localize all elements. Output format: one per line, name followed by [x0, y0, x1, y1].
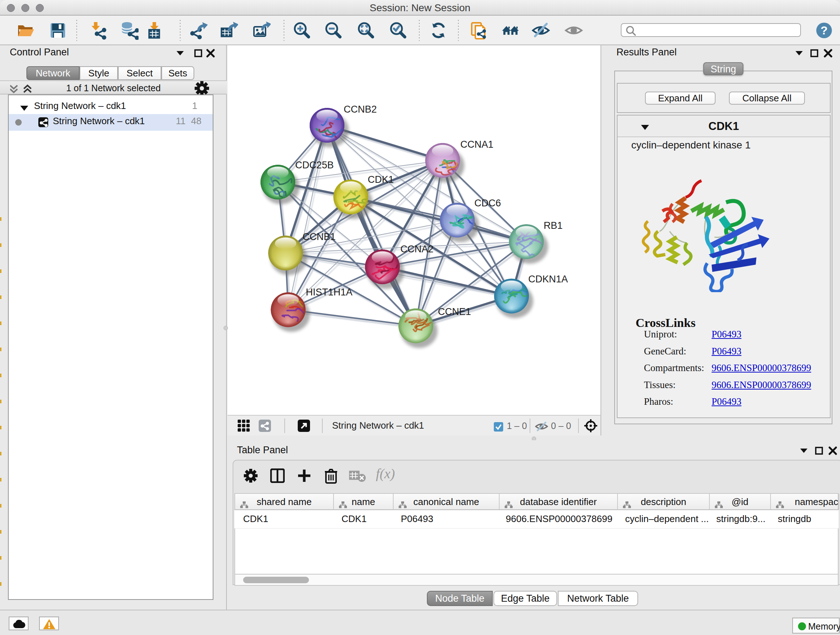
svg-text:CCNE1: CCNE1	[438, 306, 471, 317]
svg-text:CDK1: CDK1	[368, 174, 393, 185]
svg-text:CDKN1A: CDKN1A	[528, 274, 568, 285]
svg-text:RB1: RB1	[544, 220, 563, 231]
svg-text:?: ?	[821, 24, 828, 37]
svg-text:CDC6: CDC6	[474, 198, 501, 209]
svg-text:CCNB2: CCNB2	[344, 104, 377, 115]
svg-text:HIST1H1A: HIST1H1A	[306, 287, 352, 298]
svg-text:CCNA1: CCNA1	[461, 139, 494, 150]
svg-text:CCNA2: CCNA2	[401, 244, 434, 255]
svg-text:CCNB1: CCNB1	[302, 231, 336, 242]
svg-text:CDC25B: CDC25B	[295, 160, 334, 171]
